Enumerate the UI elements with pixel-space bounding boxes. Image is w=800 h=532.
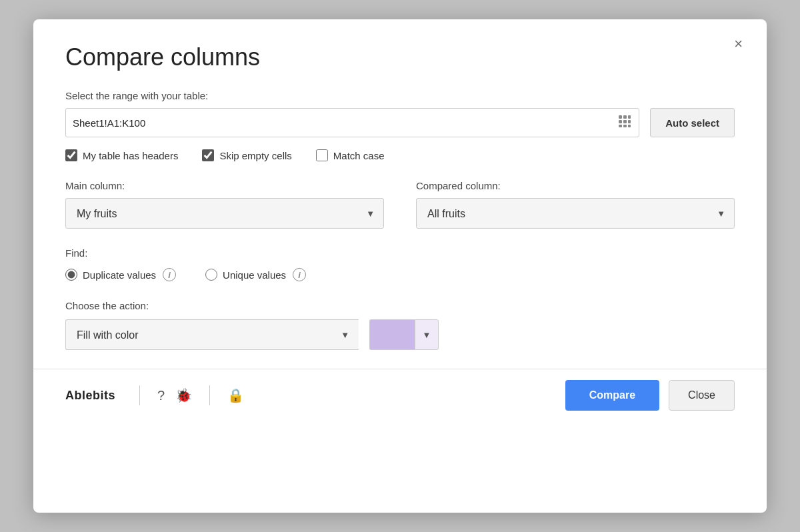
range-input[interactable] — [73, 117, 612, 129]
action-select-wrap: Fill with color Highlight Delete rows Co… — [65, 319, 359, 350]
privacy-icon: 🔒 — [227, 387, 244, 403]
footer-vertical-divider-2 — [209, 385, 210, 405]
color-dropdown-button[interactable]: ▼ — [415, 319, 439, 350]
duplicate-info-icon[interactable]: i — [163, 268, 176, 281]
action-select[interactable]: Fill with color Highlight Delete rows Co… — [65, 319, 359, 350]
headers-checkbox-label[interactable]: My table has headers — [65, 149, 178, 161]
svg-rect-1 — [623, 115, 627, 119]
svg-rect-6 — [619, 125, 622, 127]
svg-rect-8 — [628, 125, 631, 127]
auto-select-button[interactable]: Auto select — [650, 108, 735, 137]
checkboxes-row: My table has headers Skip empty cells Ma… — [65, 149, 735, 161]
bug-report-button[interactable]: 🐞 — [170, 385, 197, 406]
main-column-select-wrap: My fruits All fruits Column C ▼ — [65, 198, 384, 229]
bug-icon: 🐞 — [175, 387, 192, 403]
main-column-select[interactable]: My fruits All fruits Column C — [65, 198, 384, 229]
unique-values-label[interactable]: Unique values i — [205, 268, 306, 281]
svg-rect-0 — [619, 115, 622, 119]
footer-left: Ablebits ? 🐞 🔒 — [65, 385, 565, 406]
svg-rect-4 — [623, 120, 627, 123]
compared-column-select-wrap: My fruits All fruits Column C ▼ — [416, 198, 735, 229]
range-row: Auto select — [65, 108, 735, 137]
help-icon: ? — [157, 388, 165, 403]
dialog-title: Compare columns — [65, 43, 735, 71]
footer: Ablebits ? 🐞 🔒 Compare Close — [65, 369, 735, 421]
unique-values-text: Unique values — [223, 269, 286, 281]
headers-checkbox[interactable] — [65, 149, 77, 161]
ablebits-logo: Ablebits — [65, 389, 115, 403]
footer-vertical-divider — [139, 385, 140, 405]
duplicate-values-label[interactable]: Duplicate values i — [65, 268, 176, 281]
compared-column-select[interactable]: My fruits All fruits Column C — [416, 198, 735, 229]
compare-button[interactable]: Compare — [565, 380, 659, 411]
action-row: Fill with color Highlight Delete rows Co… — [65, 319, 735, 350]
skip-empty-checkbox[interactable] — [202, 149, 214, 161]
compared-column-label: Compared column: — [416, 180, 735, 191]
duplicate-values-radio[interactable] — [65, 269, 77, 281]
main-column-label: Main column: — [65, 180, 384, 191]
unique-values-radio[interactable] — [205, 269, 217, 281]
find-radio-row: Duplicate values i Unique values i — [65, 268, 735, 281]
headers-checkbox-text: My table has headers — [83, 150, 178, 161]
grid-icon[interactable] — [617, 114, 632, 132]
privacy-button[interactable]: 🔒 — [222, 385, 249, 406]
compare-columns-dialog: × Compare columns Select the range with … — [33, 19, 767, 513]
action-label: Choose the action: — [65, 300, 735, 311]
match-case-checkbox[interactable] — [316, 149, 328, 161]
range-input-wrap — [65, 108, 639, 137]
skip-empty-checkbox-text: Skip empty cells — [219, 150, 291, 161]
color-swatch[interactable] — [369, 319, 415, 350]
help-button[interactable]: ? — [152, 385, 170, 406]
columns-row: Main column: My fruits All fruits Column… — [65, 180, 735, 229]
find-label: Find: — [65, 247, 735, 259]
svg-rect-7 — [623, 125, 627, 127]
svg-rect-2 — [628, 115, 631, 119]
range-label: Select the range with your table: — [65, 90, 735, 101]
svg-rect-5 — [628, 120, 631, 123]
main-column-group: Main column: My fruits All fruits Column… — [65, 180, 384, 229]
compared-column-group: Compared column: My fruits All fruits Co… — [416, 180, 735, 229]
match-case-checkbox-label[interactable]: Match case — [316, 149, 385, 161]
match-case-checkbox-text: Match case — [333, 150, 385, 161]
duplicate-values-text: Duplicate values — [83, 269, 156, 281]
svg-rect-3 — [619, 120, 622, 123]
footer-actions: Compare Close — [565, 380, 735, 411]
skip-empty-checkbox-label[interactable]: Skip empty cells — [202, 149, 291, 161]
close-icon-button[interactable]: × — [729, 34, 748, 54]
color-btn-wrap: ▼ — [369, 319, 439, 350]
close-action-button[interactable]: Close — [669, 380, 735, 411]
unique-info-icon[interactable]: i — [293, 268, 306, 281]
